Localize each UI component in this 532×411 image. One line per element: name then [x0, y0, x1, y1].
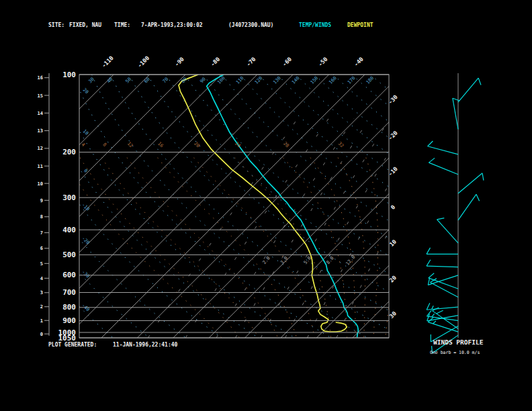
dry-adiabat-line	[36, 75, 259, 338]
wind-barb	[453, 98, 459, 129]
moist-adiabat-line	[101, 158, 259, 338]
dry-adiabat-line	[0, 75, 149, 338]
pressure-label: 600	[62, 271, 76, 279]
wind-barb	[437, 218, 458, 243]
mixing-ratio-line	[185, 119, 328, 338]
temperature-trace	[207, 75, 359, 338]
top-temp-label: -70	[245, 56, 257, 68]
dry-adiabat-left-label: 10	[82, 128, 90, 136]
pressure-label: 1050	[58, 334, 77, 342]
site-label: SITE:	[48, 22, 64, 28]
wind-barb	[458, 194, 480, 220]
isotherm-line	[173, 75, 437, 338]
isotherm-line	[101, 75, 365, 338]
time-value: 7-APR-1993,23:00:02	[141, 22, 203, 28]
wind-barb	[427, 248, 458, 255]
wind-barb	[428, 141, 458, 154]
pressure-label: 500	[62, 250, 76, 259]
right-temp-label: 0	[390, 203, 397, 211]
mixing-ratio-label: 3.0	[279, 255, 289, 265]
wind-barb	[431, 279, 458, 298]
dry-adiabat-line	[0, 75, 185, 338]
dry-adiabat-line	[389, 75, 532, 338]
isotherm-line	[0, 75, 150, 338]
dry-adiabat-top-label: 150	[310, 75, 320, 85]
pressure-label: 400	[62, 226, 76, 234]
wind-barb	[427, 303, 458, 310]
height-label: 1	[40, 318, 43, 324]
dry-adiabat-left-label: 20	[82, 87, 90, 95]
moist-adiabat-line	[80, 158, 239, 338]
height-label: 0	[40, 332, 43, 337]
wind-barb	[432, 308, 458, 329]
dry-adiabat-top-label: 30	[87, 77, 95, 85]
mixing-ratio-line	[307, 119, 427, 338]
height-label: 7	[40, 230, 43, 236]
dry-adiabat-line	[54, 75, 294, 338]
isotherm-line	[316, 75, 532, 338]
height-label: 5	[40, 261, 43, 267]
dry-adiabat-top-label: 50	[125, 77, 133, 85]
dry-adiabat-top-label: 160	[328, 75, 338, 85]
site-value: FIXED, NAU	[69, 22, 101, 28]
dry-adiabat-line	[352, 75, 532, 338]
moist-adiabat-line	[310, 158, 355, 338]
dry-adiabat-top-label: 110	[235, 75, 245, 85]
height-label: 2	[40, 304, 43, 310]
dry-adiabat-line	[203, 75, 532, 338]
moist-adiabat-line	[234, 158, 330, 338]
top-temp-label: -60	[281, 56, 293, 68]
mixing-ratio-line	[337, 119, 451, 338]
height-label: 12	[38, 146, 43, 151]
dewpoint-legend: DEWPOINT	[347, 22, 373, 28]
height-label: 3	[40, 290, 43, 295]
top-temp-label: -80	[209, 56, 221, 68]
dry-adiabat-line	[110, 75, 404, 338]
mixing-ratio-line	[261, 119, 390, 338]
dry-adiabat-left-label: -30	[81, 269, 91, 279]
dry-adiabat-line	[259, 75, 532, 338]
isotherm-line	[0, 75, 221, 338]
wind-barb	[458, 173, 484, 193]
dry-adiabat-top-label: 170	[347, 75, 357, 85]
plot-generated-value: 11-JAN-1996,22:41:40	[113, 342, 177, 348]
height-label: 4	[40, 276, 43, 281]
temp-winds-legend: TEMP/WINDS	[299, 22, 331, 28]
mixing-ratio-label: 2.0	[261, 255, 271, 265]
pressure-label: 200	[62, 148, 76, 156]
isotherm-line	[353, 75, 532, 338]
pressure-label: 800	[62, 303, 76, 312]
mixing-ratio-line	[216, 119, 354, 338]
dry-adiabat-top-label: 60	[143, 77, 151, 85]
height-label: 9	[40, 198, 43, 203]
right-temp-label: 30	[388, 310, 398, 320]
height-label: 11	[38, 164, 43, 169]
pressure-label: 100	[62, 71, 76, 79]
moist-adiabat-label: 28	[282, 141, 290, 149]
height-label: 14	[38, 111, 43, 116]
pressure-label: 300	[62, 193, 76, 202]
right-temp-label: 10	[388, 238, 398, 248]
dry-adiabat-left-label: -20	[81, 236, 91, 246]
isotherm-line	[0, 75, 114, 338]
wind-barb	[429, 158, 458, 174]
dry-adiabat-top-label: 80	[181, 77, 189, 85]
dry-adiabat-line	[0, 75, 113, 338]
height-label: 16	[38, 75, 43, 81]
top-temp-label: -100	[136, 54, 151, 69]
moist-adiabat-label: 16	[157, 141, 165, 149]
moist-adiabat-label: 12	[126, 141, 134, 149]
dry-adiabat-line	[147, 75, 476, 338]
top-temp-label: -90	[173, 56, 185, 68]
moist-adiabat-label: 8	[101, 142, 107, 148]
dry-adiabat-top-label: 130	[272, 75, 282, 85]
isotherm-line	[245, 75, 508, 338]
isotherm-line	[0, 75, 185, 338]
isotherm-line	[30, 75, 293, 338]
winds-barb-note: One barb = 10.0 m/s	[430, 350, 480, 355]
moist-adiabat-line	[366, 158, 378, 338]
dry-adiabat-line	[92, 75, 367, 338]
moist-adiabat-line	[338, 158, 365, 338]
time-label: TIME:	[114, 22, 130, 28]
plot-area	[0, 75, 532, 338]
